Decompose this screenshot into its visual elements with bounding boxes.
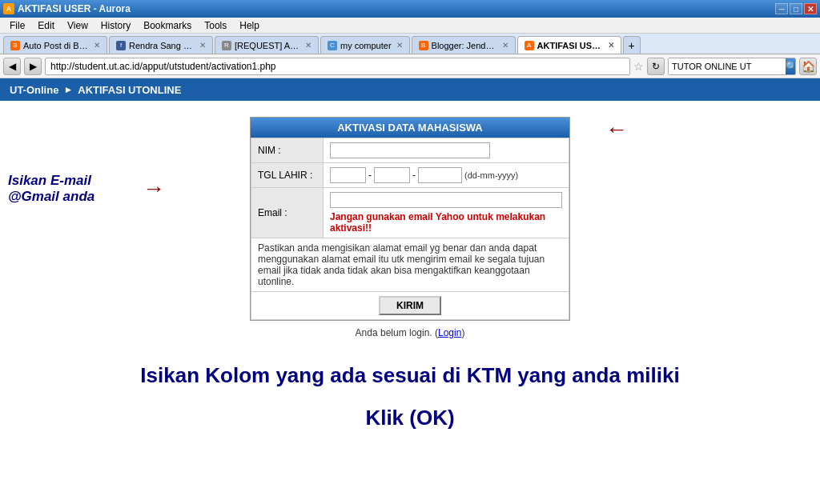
search-input[interactable]	[669, 58, 786, 74]
info-text: Pastikan anda mengisikan alamat email yg…	[251, 238, 569, 292]
search-box: 🔍	[668, 58, 796, 75]
window-title: AKTIFASI USER - Aurora	[18, 3, 131, 14]
tab-4[interactable]: C my computer ✕	[320, 36, 410, 54]
tab4-label: my computer	[340, 41, 392, 50]
bookmark-star-icon[interactable]: ☆	[633, 60, 644, 73]
nim-arrow: ←	[605, 117, 628, 142]
activation-form-container: AKTIVASI DATA MAHASISWA NIM : TGL LAHIR …	[250, 117, 570, 321]
breadcrumb-site[interactable]: UT-Online	[10, 84, 58, 96]
login-status-text: Anda belum login. (Login)	[356, 327, 465, 338]
search-submit-button[interactable]: 🔍	[786, 58, 796, 74]
email-label: Email :	[251, 188, 324, 238]
nim-input[interactable]	[330, 142, 490, 158]
forward-button[interactable]: ▶	[24, 58, 42, 75]
app-icon: A	[3, 3, 14, 14]
email-hint-text: Isikan E-mail @Gmail anda	[8, 173, 136, 205]
tab6-label: AKTIFASI USER	[537, 41, 603, 50]
date-sep1: -	[368, 170, 372, 181]
date-hint: (dd-mm-yyyy)	[464, 170, 518, 180]
home-button[interactable]: 🏠	[799, 58, 817, 75]
titlebar: A AKTIFASI USER - Aurora ─ □ ✕	[0, 0, 820, 18]
email-warning: Jangan gunakan email Yahoo untuk melakuk…	[330, 211, 545, 234]
close-button[interactable]: ✕	[804, 3, 817, 14]
back-button[interactable]: ◀	[3, 58, 21, 75]
nim-label: NIM :	[251, 138, 324, 163]
tab1-label: Auto Post di Blogger/Bl...	[23, 41, 89, 50]
tab1-close[interactable]: ✕	[94, 41, 100, 50]
click-hint-text: Klik (OK)	[365, 406, 454, 430]
login-link[interactable]: Login	[438, 327, 461, 338]
fill-annotation: Isikan Kolom yang ada sesuai di KTM yang…	[0, 362, 820, 390]
login-status: Anda belum login. (Login)	[356, 327, 465, 338]
click-annotation: Klik (OK)	[0, 406, 820, 430]
submit-button[interactable]: KIRIM	[379, 296, 441, 315]
main-content: Isikan E-mail @Gmail anda → ← AKTIVASI D…	[0, 101, 820, 446]
date-sep2: -	[412, 170, 416, 181]
minimize-button[interactable]: ─	[775, 3, 788, 14]
tab2-icon: f	[116, 41, 126, 50]
email-input[interactable]	[330, 192, 562, 208]
form-table: NIM : TGL LAHIR : - - (dd-mm-yyyy)	[251, 138, 569, 320]
tab-1[interactable]: B Auto Post di Blogger/Bl... ✕	[3, 36, 107, 54]
tab2-close[interactable]: ✕	[199, 41, 206, 50]
year-input[interactable]	[418, 167, 462, 183]
nim-cell	[324, 138, 569, 163]
info-row: Pastikan anda mengisikan alamat email yg…	[251, 238, 569, 292]
tab-6[interactable]: A AKTIFASI USER ✕	[517, 36, 621, 54]
tgl-cell: - - (dd-mm-yyyy)	[324, 163, 569, 188]
new-tab-button[interactable]: +	[623, 36, 641, 54]
tab3-icon: R	[222, 41, 231, 50]
menu-help[interactable]: Help	[233, 18, 266, 33]
email-annotation: Isikan E-mail @Gmail anda →	[8, 173, 165, 205]
url-input[interactable]	[45, 58, 630, 75]
tab-3[interactable]: R [REQUEST] Aplikasi Pe... ✕	[215, 36, 319, 54]
submit-cell: KIRIM	[251, 292, 569, 320]
maximize-button[interactable]: □	[790, 3, 802, 14]
menubar: File Edit View History Bookmarks Tools H…	[0, 18, 820, 34]
refresh-button[interactable]: ↻	[647, 58, 665, 75]
tab-5[interactable]: B Blogger: Jendela Pecin... ✕	[412, 36, 516, 54]
tab2-label: Rendra Sang Pembolang	[129, 41, 195, 50]
tab4-close[interactable]: ✕	[396, 41, 403, 50]
email-row: Email : Jangan gunakan email Yahoo untuk…	[251, 188, 569, 238]
menu-file[interactable]: File	[3, 18, 31, 33]
right-arrow-icon: →	[143, 176, 165, 202]
form-title: AKTIVASI DATA MAHASISWA	[251, 118, 569, 138]
tgl-row: TGL LAHIR : - - (dd-mm-yyyy)	[251, 163, 569, 188]
tab6-close[interactable]: ✕	[608, 41, 614, 50]
addressbar: ◀ ▶ ☆ ↻ 🔍 🏠	[0, 54, 820, 78]
breadcrumb-page: AKTIFASI UTONLINE	[78, 84, 181, 96]
nim-row: NIM :	[251, 138, 569, 163]
tab4-icon: C	[328, 41, 337, 50]
fill-hint-text: Isikan Kolom yang ada sesuai di KTM yang…	[0, 362, 820, 390]
tgl-label: TGL LAHIR :	[251, 163, 324, 188]
menu-edit[interactable]: Edit	[31, 18, 61, 33]
left-arrow-icon: ←	[605, 117, 628, 142]
breadcrumb-bar: UT-Online ► AKTIFASI UTONLINE	[0, 78, 820, 101]
tab6-icon: A	[525, 41, 534, 50]
menu-tools[interactable]: Tools	[198, 18, 233, 33]
menu-history[interactable]: History	[94, 18, 137, 33]
breadcrumb-arrow: ►	[63, 84, 73, 95]
day-input[interactable]	[330, 167, 366, 183]
month-input[interactable]	[374, 167, 410, 183]
tab1-icon: B	[10, 41, 20, 50]
tabbar: B Auto Post di Blogger/Bl... ✕ f Rendra …	[0, 34, 820, 54]
submit-row: KIRIM	[251, 292, 569, 320]
tab5-label: Blogger: Jendela Pecin...	[432, 41, 497, 50]
menu-bookmarks[interactable]: Bookmarks	[137, 18, 198, 33]
tab3-close[interactable]: ✕	[305, 41, 312, 50]
email-cell: Jangan gunakan email Yahoo untuk melakuk…	[324, 188, 569, 238]
tab5-close[interactable]: ✕	[502, 41, 508, 50]
tab3-label: [REQUEST] Aplikasi Pe...	[235, 41, 300, 50]
tab5-icon: B	[419, 41, 428, 50]
menu-view[interactable]: View	[61, 18, 94, 33]
tab-2[interactable]: f Rendra Sang Pembolang ✕	[109, 36, 213, 54]
